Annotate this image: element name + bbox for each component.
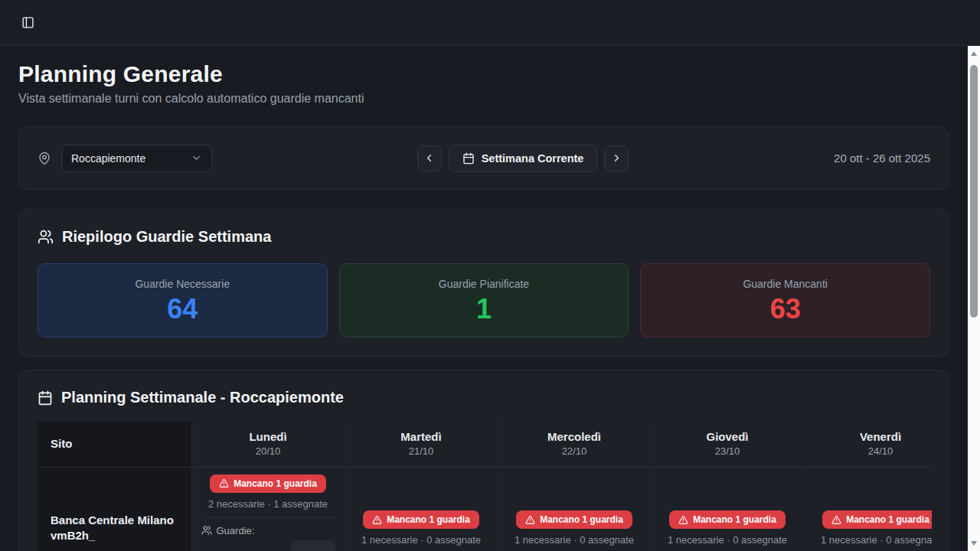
day-date: 23/10 <box>652 445 804 457</box>
shift-cell-giovedi: Mancano 1 guardia 1 necessarie · 0 asseg… <box>651 467 804 551</box>
cell-divider <box>201 517 335 518</box>
shift-detail: 1 necessarie · 0 assegnate <box>814 534 933 546</box>
column-header-lunedi: Lunedì 20/10 <box>191 421 345 467</box>
page-subtitle: Vista settimanale turni con calcolo auto… <box>18 92 949 106</box>
missing-guards-badge[interactable]: Mancano 1 guardia <box>669 510 786 529</box>
column-header-sito: Sito <box>38 421 191 467</box>
stat-label: Guardie Pianificate <box>439 278 529 290</box>
next-week-button[interactable] <box>604 145 629 171</box>
day-name: Martedì <box>345 430 498 443</box>
day-date: 24/10 <box>805 445 933 457</box>
page-title: Planning Generale <box>18 61 949 87</box>
planning-table-wrap: Sito Lunedì 20/10 Martedì 21/10 Mercoled… <box>38 421 932 551</box>
day-name: Lunedì <box>192 430 345 443</box>
filters-toolbar: Roccapiemonte <box>18 126 949 190</box>
current-week-button[interactable]: Settimana Corrente <box>449 145 598 172</box>
badge-label: Mancano 1 guardia <box>846 514 929 525</box>
location-select[interactable]: Roccapiemonte <box>61 145 212 172</box>
scrollbar-up-arrow[interactable] <box>968 47 980 60</box>
shift-detail: 2 necessarie · 1 assegnate <box>201 498 335 510</box>
users-icon <box>38 229 54 245</box>
triangle-alert-icon <box>831 515 841 525</box>
stat-label: Guardie Necessarie <box>135 278 230 290</box>
stat-guardie-pianificate: Guardie Pianificate 1 <box>339 263 629 337</box>
chevron-right-icon <box>611 152 622 164</box>
calendar-icon <box>38 390 53 406</box>
chevron-left-icon <box>423 152 435 164</box>
shift-cell-martedi: Mancano 1 guardia 1 necessarie · 0 asseg… <box>345 467 498 551</box>
triangle-alert-icon <box>525 515 535 525</box>
guards-label: Guardie: <box>217 525 255 536</box>
day-date: 22/10 <box>498 445 651 457</box>
guards-label-row: Guardie: <box>201 525 335 536</box>
missing-guards-badge[interactable]: Mancano 1 guardia <box>822 510 932 529</box>
day-name: Venerdì <box>805 430 933 443</box>
column-header-venerdi: Venerdì 24/10 <box>804 421 932 467</box>
triangle-alert-icon <box>372 515 382 525</box>
column-header-mercoledi: Mercoledì 22/10 <box>498 421 651 467</box>
stat-value: 1 <box>476 295 492 323</box>
current-week-label: Settimana Corrente <box>482 152 584 165</box>
shift-detail: 1 necessarie · 0 assegnate <box>508 534 642 546</box>
missing-guards-badge[interactable]: Mancano 1 guardia <box>516 510 632 529</box>
stat-value: 63 <box>770 295 801 323</box>
stat-value: 64 <box>167 295 198 323</box>
map-pin-icon <box>38 152 51 165</box>
column-header-martedi: Martedì 21/10 <box>345 421 498 467</box>
scrollbar-down-arrow[interactable] <box>968 537 980 549</box>
main-viewport: Planning Generale Vista settimanale turn… <box>0 46 968 551</box>
top-bar <box>0 0 980 46</box>
stat-guardie-mancanti: Guardie Mancanti 63 <box>640 263 930 337</box>
location-select-value: Roccapiemonte <box>71 152 145 165</box>
site-name-cell: Banca Centrale Milano vmB2h_ <box>38 467 191 551</box>
missing-guards-badge[interactable]: Mancano 1 guardia <box>210 474 326 493</box>
shift-cell-mercoledi: Mancano 1 guardia 1 necessarie · 0 asseg… <box>498 467 651 551</box>
shift-detail: 1 necessarie · 0 assegnate <box>661 534 795 546</box>
stat-guardie-necessarie: Guardie Necessarie 64 <box>38 263 328 337</box>
week-date-range: 20 ott - 26 ott 2025 <box>834 152 930 165</box>
sidebar-toggle-button[interactable] <box>17 12 38 34</box>
planning-table: Sito Lunedì 20/10 Martedì 21/10 Mercoled… <box>38 421 932 551</box>
panel-left-icon <box>21 16 34 29</box>
day-name: Mercoledì <box>498 430 651 443</box>
summary-title: Riepilogo Guardie Settimana <box>62 228 271 246</box>
badge-label: Mancano 1 guardia <box>234 478 317 489</box>
guard-chip[interactable] <box>291 540 335 551</box>
badge-label: Mancano 1 guardia <box>387 514 470 525</box>
stat-label: Guardie Mancanti <box>743 278 828 290</box>
calendar-icon <box>462 152 475 165</box>
vertical-scrollbar[interactable] <box>968 46 980 551</box>
shift-detail: 1 necessarie · 0 assegnate <box>354 534 488 546</box>
table-header-row: Sito Lunedì 20/10 Martedì 21/10 Mercoled… <box>38 421 932 467</box>
day-date: 20/10 <box>192 445 345 457</box>
triangle-alert-icon <box>678 515 688 525</box>
planning-card: Planning Settimanale - Roccapiemonte Sit… <box>18 370 949 551</box>
shift-cell-venerdi: Mancano 1 guardia 1 necessarie · 0 asseg… <box>804 467 932 551</box>
summary-card: Riepilogo Guardie Settimana Guardie Nece… <box>18 209 949 357</box>
badge-label: Mancano 1 guardia <box>540 514 623 525</box>
scrollbar-thumb[interactable] <box>970 65 978 318</box>
shift-cell-lunedi: Mancano 1 guardia 2 necessarie · 1 asseg… <box>191 467 345 551</box>
chevron-down-icon <box>191 152 202 164</box>
column-header-giovedi: Giovedì 23/10 <box>651 421 804 467</box>
triangle-alert-icon <box>219 478 229 488</box>
badge-label: Mancano 1 guardia <box>693 514 776 525</box>
planning-title: Planning Settimanale - Roccapiemonte <box>61 389 344 406</box>
table-row: Banca Centrale Milano vmB2h_ Mancano 1 g… <box>38 467 932 551</box>
users-icon <box>201 525 212 536</box>
day-date: 21/10 <box>345 445 498 457</box>
prev-week-button[interactable] <box>417 145 442 171</box>
day-name: Giovedì <box>652 430 804 443</box>
missing-guards-badge[interactable]: Mancano 1 guardia <box>363 510 479 529</box>
